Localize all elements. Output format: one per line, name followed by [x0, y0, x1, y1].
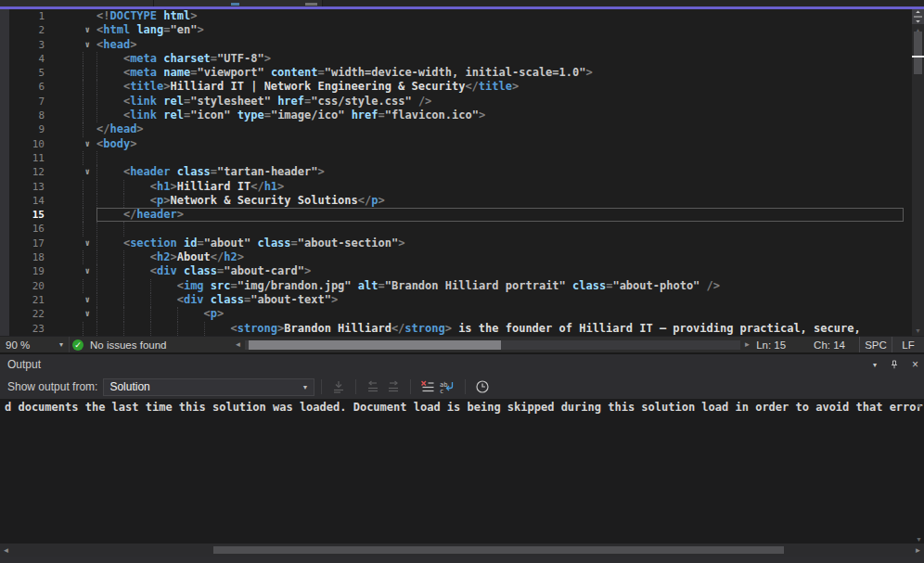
fold-chevron-icon[interactable]: ∨ [45, 137, 96, 151]
output-source-dropdown[interactable]: Solution ▼ [103, 378, 314, 396]
code-line[interactable]: 12∨<header class="tartan-header"> [0, 165, 912, 179]
syntax-token: header [130, 165, 170, 178]
panel-bottom-strip [0, 557, 924, 563]
code-line[interactable]: 19∨<div class="about-card"> [0, 264, 912, 278]
code-line[interactable]: 7<link rel="stylesheet" href="css/style.… [0, 95, 912, 109]
fold-chevron-icon[interactable]: ∨ [45, 237, 96, 250]
scroll-right-icon[interactable]: ► [912, 544, 924, 557]
toggle-word-wrap-button[interactable]: ab c [438, 377, 458, 396]
indent-guide [150, 293, 177, 307]
fold-margin [45, 222, 96, 236]
code-line[interactable]: 15</header> [0, 208, 912, 222]
syntax-token: title [479, 80, 512, 93]
syntax-token: content [271, 66, 318, 79]
output-panel-header[interactable]: Output ▾ × [0, 354, 924, 375]
check-icon: ✓ [72, 339, 83, 351]
space-mode-indicator[interactable]: SPC [859, 337, 892, 352]
line-number: 15 [0, 208, 45, 222]
scroll-left-icon[interactable]: ◄ [232, 337, 244, 352]
code-line[interactable]: 21∨<div class="about-text"> [0, 293, 912, 307]
indent-guide [123, 250, 150, 264]
syntax-token: "about-section" [298, 237, 398, 250]
column-indicator[interactable]: Ch: 14 [800, 337, 859, 352]
scroll-up-icon[interactable]: ▲ [916, 402, 922, 408]
line-number: 23 [0, 322, 45, 336]
tab-strip[interactable] [0, 0, 924, 6]
editor-vertical-scrollbar[interactable]: ▲ ▼ [912, 9, 924, 336]
code-line[interactable]: 3∨<head> [0, 38, 912, 52]
line-indicator[interactable]: Ln: 15 [742, 337, 800, 352]
clear-all-button[interactable] [417, 377, 438, 396]
editor-scrollbar-thumb[interactable] [914, 32, 922, 74]
code-line[interactable]: 22∨<p> [0, 307, 912, 321]
code-line[interactable]: 9</head> [0, 122, 912, 136]
syntax-token: html [163, 9, 190, 22]
scroll-down-icon[interactable]: ▼ [912, 325, 924, 336]
next-message-button[interactable] [383, 377, 404, 396]
indent-guide [123, 307, 150, 321]
clock-icon [475, 379, 490, 394]
code-line[interactable]: 4<meta charset="UTF-8"> [0, 52, 912, 66]
close-icon[interactable]: × [912, 358, 918, 371]
editor-horizontal-scrollbar[interactable]: ◄ ► [232, 337, 753, 352]
go-to-message-button[interactable] [328, 377, 349, 396]
indent-guide [96, 80, 123, 94]
scroll-down-icon[interactable]: ▼ [916, 536, 922, 543]
scrollbar-thumb[interactable] [213, 546, 784, 554]
syntax-token: "css/style.css" [311, 95, 411, 108]
code-line[interactable]: 10∨<body> [0, 137, 912, 151]
issues-status[interactable]: ✓ No issues found [72, 337, 166, 352]
indent-guide [96, 293, 123, 307]
code-line[interactable]: 18<h2>About</h2> [0, 250, 912, 264]
code-line[interactable]: 8<link rel="icon" type="image/ico" href=… [0, 109, 912, 122]
line-ending-indicator[interactable]: LF [892, 337, 924, 352]
code-line[interactable]: 11 [0, 151, 912, 165]
syntax-token: h2 [157, 250, 170, 263]
syntax-token: strong [404, 322, 444, 335]
code-text: <meta charset="UTF-8"> [96, 52, 912, 66]
syntax-token: = [317, 66, 324, 79]
tab-fragment[interactable] [0, 0, 154, 6]
fold-chevron-icon[interactable]: ∨ [45, 38, 96, 52]
code-text: <div class="about-card"> [96, 264, 912, 278]
syntax-token: = [379, 109, 385, 122]
syntax-token: meta [130, 66, 157, 79]
fold-chevron-icon[interactable]: ∨ [45, 264, 96, 278]
code-line[interactable]: 14<p>Network & Security Solutions</p> [0, 194, 912, 208]
output-log[interactable]: d documents the last time this solution … [0, 399, 924, 544]
indent-guide [150, 322, 177, 336]
code-line[interactable]: 16 [0, 222, 912, 236]
code-line[interactable]: 6<title>Hilliard IT | Network Engineerin… [0, 80, 912, 94]
code-editor[interactable]: 1<!DOCTYPE html>2∨<html lang="en">3∨<hea… [0, 9, 924, 336]
timestamp-toggle-button[interactable] [472, 377, 493, 396]
zoom-level-dropdown[interactable]: 90 % ▾ [0, 337, 70, 352]
show-output-from-label: Show output from: [7, 380, 97, 393]
previous-message-button[interactable] [363, 377, 383, 396]
indent-guide [123, 222, 150, 236]
fold-chevron-icon[interactable]: ∨ [45, 307, 96, 321]
pin-icon[interactable] [889, 359, 900, 371]
fold-chevron-icon[interactable]: ∨ [45, 23, 96, 37]
fold-chevron-icon[interactable]: ∨ [45, 293, 96, 307]
syntax-token: html [103, 23, 130, 36]
syntax-token: </ [96, 122, 109, 135]
code-line[interactable]: 2∨<html lang="en"> [0, 23, 912, 37]
code-text: <link rel="icon" type="image/ico" href="… [96, 109, 912, 122]
code-line[interactable]: 5<meta name="viewport" content="width=de… [0, 66, 912, 80]
code-line[interactable]: 1<!DOCTYPE html> [0, 9, 912, 23]
split-editor-handle[interactable] [912, 9, 924, 24]
syntax-token: name [163, 66, 190, 79]
window-position-menu-icon[interactable]: ▾ [873, 361, 877, 369]
code-text: <header class="tartan-header"> [96, 165, 912, 179]
code-line[interactable]: 20<img src="img/brandon.jpg" alt="Brando… [0, 279, 912, 293]
scroll-left-icon[interactable]: ◄ [0, 544, 12, 557]
scrollbar-thumb[interactable] [249, 340, 501, 350]
output-horizontal-scrollbar[interactable]: ◄ ► [0, 544, 924, 557]
syntax-token: "about-photo" [612, 279, 699, 292]
code-text: <section id="about" class="about-section… [96, 237, 912, 250]
fold-chevron-icon[interactable]: ∨ [45, 165, 96, 179]
code-line[interactable]: 23<strong>Brandon Hilliard</strong> is t… [0, 322, 912, 336]
next-message-icon [386, 380, 401, 393]
code-line[interactable]: 13<h1>Hilliard IT</h1> [0, 180, 912, 194]
code-line[interactable]: 17∨<section id="about" class="about-sect… [0, 237, 912, 250]
